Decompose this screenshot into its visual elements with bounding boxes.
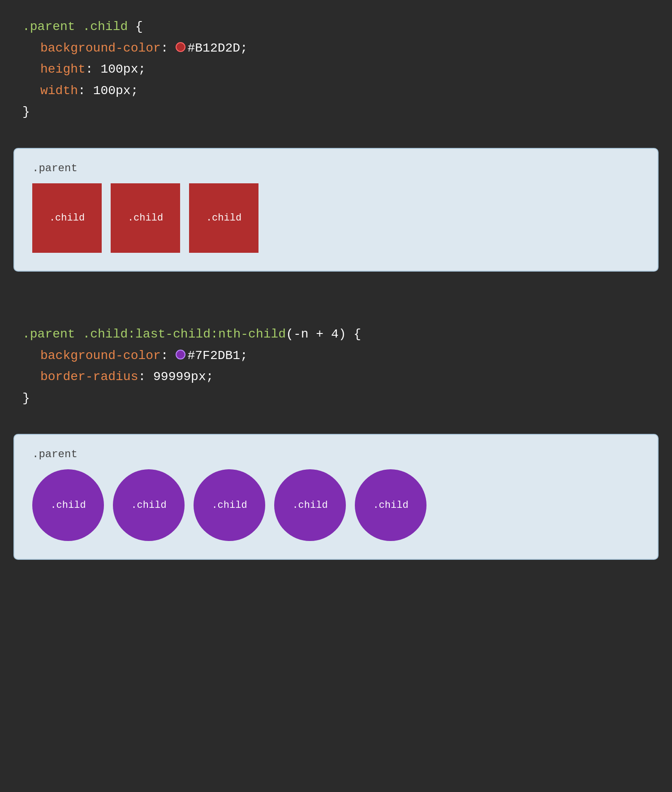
color-swatch-purple bbox=[176, 350, 185, 359]
code-line-5: } bbox=[22, 101, 650, 123]
separator-1 bbox=[0, 290, 672, 307]
color-swatch-red bbox=[176, 42, 185, 52]
code-property-height: height bbox=[40, 62, 86, 76]
code-selector-1: .parent .child bbox=[22, 20, 128, 34]
child-circle-5: .child bbox=[355, 469, 426, 541]
code-colon-2-1: : bbox=[161, 349, 168, 363]
child-circle-4: .child bbox=[274, 469, 346, 541]
code-line-3: height: 100px; bbox=[40, 59, 650, 80]
child-circle-1: .child bbox=[32, 469, 104, 541]
child-circle-2: .child bbox=[113, 469, 185, 541]
child-square-3: .child bbox=[189, 183, 258, 253]
code-brace-open-1: { bbox=[128, 20, 143, 34]
demo-section-2: .parent .child .child .child .child .chi… bbox=[0, 425, 672, 578]
code-property-width: width bbox=[40, 84, 78, 98]
code-brace-close-1: } bbox=[22, 105, 30, 119]
code-block-2: .parent .child:last-child:nth-child(-n +… bbox=[0, 307, 672, 425]
code-colon-2-2: : bbox=[138, 370, 146, 384]
code-value-color: #B12D2D; bbox=[187, 41, 247, 55]
code-property-bg-2: background-color bbox=[40, 349, 161, 363]
code-line-2-1: .parent .child:last-child:nth-child(-n +… bbox=[22, 324, 650, 345]
code-brace-close-2: } bbox=[22, 391, 30, 405]
code-block-1: .parent .child { background-color: #B12D… bbox=[0, 0, 672, 139]
code-value-width-val: 100px; bbox=[93, 84, 138, 98]
code-brace-open-2: { bbox=[346, 327, 362, 341]
code-line-1: .parent .child { bbox=[22, 16, 650, 38]
parent-squares: .child .child .child bbox=[32, 183, 640, 253]
parent-circles: .child .child .child .child .child bbox=[32, 469, 640, 541]
code-value-height-val: 100px; bbox=[100, 62, 146, 76]
code-colon-2: : bbox=[86, 62, 93, 76]
code-line-2-2: background-color: #7F2DB1; bbox=[40, 345, 650, 367]
code-value-radius-val: 99999px; bbox=[153, 370, 213, 384]
code-line-2: background-color: #B12D2D; bbox=[40, 38, 650, 59]
code-selector-2a: .parent bbox=[22, 327, 75, 341]
demo-parent-label-1: .parent bbox=[32, 162, 640, 174]
code-line-2-3: border-radius: 99999px; bbox=[40, 366, 650, 388]
code-paren-open: (-n + 4) bbox=[286, 327, 346, 341]
code-value-color-2: #7F2DB1; bbox=[187, 349, 247, 363]
code-colon-3: : bbox=[78, 84, 86, 98]
demo-parent-label-2: .parent bbox=[32, 448, 640, 460]
demo-section-1: .parent .child .child .child bbox=[0, 139, 672, 290]
demo-container-2: .parent .child .child .child .child .chi… bbox=[13, 434, 659, 560]
child-square-2: .child bbox=[111, 183, 180, 253]
code-line-2-4: } bbox=[22, 388, 650, 409]
code-selector-2c: .child:last-child:nth-child bbox=[82, 327, 286, 341]
child-circle-3: .child bbox=[194, 469, 265, 541]
code-property-radius: border-radius bbox=[40, 370, 138, 384]
demo-container-1: .parent .child .child .child bbox=[13, 148, 659, 272]
child-square-1: .child bbox=[32, 183, 102, 253]
code-property-bg: background-color bbox=[40, 41, 161, 55]
code-colon-1: : bbox=[161, 41, 168, 55]
code-line-4: width: 100px; bbox=[40, 80, 650, 102]
